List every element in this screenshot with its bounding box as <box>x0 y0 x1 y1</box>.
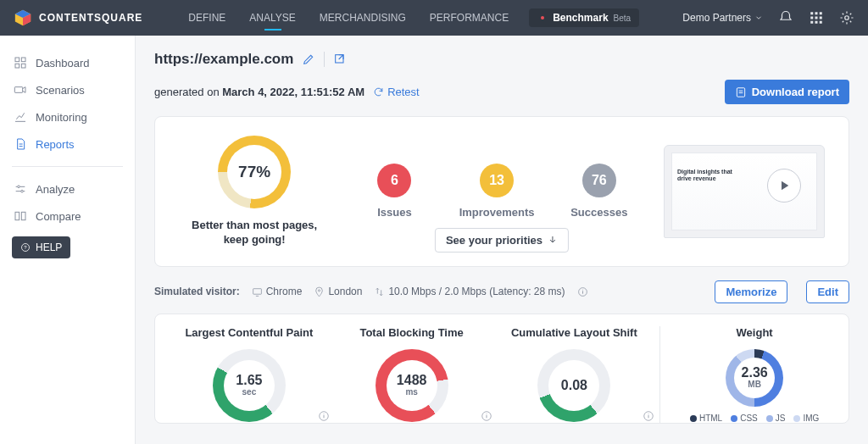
nav-merchandising[interactable]: MERCHANDISING <box>308 0 418 36</box>
sidebar-reports[interactable]: Reports <box>0 130 135 158</box>
user-dropdown[interactable]: Demo Partners <box>682 12 763 24</box>
svg-rect-5 <box>815 12 818 14</box>
divider <box>12 166 123 167</box>
sidebar-compare[interactable]: Compare <box>0 203 135 230</box>
weight-chart: 2.36 MB <box>726 349 783 407</box>
retest-label: Retest <box>387 86 420 98</box>
weight-unit: MB <box>748 380 761 389</box>
retest-button[interactable]: Retest <box>373 86 420 98</box>
svg-rect-11 <box>815 21 818 24</box>
help-button[interactable]: ? HELP <box>12 236 70 258</box>
main-content: https://example.com generated on March 4… <box>136 36 868 444</box>
svg-rect-16 <box>15 64 19 68</box>
tbt-title: Total Blocking Time <box>359 326 463 339</box>
top-bar: CONTENTSQUARE DEFINE ANALYSE MERCHANDISI… <box>0 0 868 36</box>
cond-location: London <box>314 286 362 297</box>
video-preview: Digital insights that drive revenue <box>664 145 825 238</box>
compare-icon <box>14 209 27 223</box>
cls-value: 0.08 <box>561 379 587 392</box>
main-nav: DEFINE ANALYSE MERCHANDISING PERFORMANCE… <box>176 0 639 36</box>
tbt-unit: ms <box>405 387 417 397</box>
cond-browser: Chrome <box>252 286 303 297</box>
sidebar-label: Analyze <box>36 183 75 196</box>
svg-point-13 <box>845 16 849 20</box>
sidebar-dashboard[interactable]: Dashboard <box>0 49 135 76</box>
contentsquare-logo-icon <box>14 8 32 27</box>
svg-rect-6 <box>820 12 822 14</box>
nav-define[interactable]: DEFINE <box>176 0 237 36</box>
chart-icon <box>14 110 27 124</box>
metric-lcp: Largest Contentful Paint 1.65 sec <box>172 326 326 423</box>
help-icon: ? <box>20 242 31 253</box>
stat-successes: 76 Successes <box>564 164 635 219</box>
summary-card: 77% Better than most pages, keep going! … <box>154 116 849 267</box>
weight-legend: HTML CSS JS IMG <box>690 413 819 423</box>
svg-rect-14 <box>15 58 19 62</box>
apps-icon[interactable] <box>809 10 824 25</box>
cls-info[interactable] <box>643 410 654 425</box>
refresh-icon <box>373 86 384 97</box>
issues-label: Issues <box>377 206 411 219</box>
svg-rect-17 <box>21 64 25 68</box>
score-ring: 77% <box>218 136 291 208</box>
sidebar-label: Scenarios <box>36 84 85 97</box>
svg-point-3 <box>541 16 544 19</box>
open-url-button[interactable] <box>333 53 347 66</box>
metric-cls: Cumulative Layout Shift 0.08 <box>498 326 652 423</box>
svg-rect-4 <box>810 12 813 14</box>
svg-rect-15 <box>21 58 25 62</box>
weight-title: Weight <box>737 326 773 339</box>
svg-rect-22 <box>21 212 25 219</box>
edit-url-button[interactable] <box>302 53 315 66</box>
cond-info[interactable] <box>577 286 588 297</box>
metric-tbt: Total Blocking Time 1488 ms <box>335 326 489 423</box>
stat-issues: 6 Issues <box>359 164 430 219</box>
sidebar-scenarios[interactable]: Scenarios <box>0 76 135 103</box>
download-report-button[interactable]: Download report <box>725 80 849 104</box>
svg-rect-27 <box>253 288 261 294</box>
score-caption: Better than most pages, keep going! <box>179 219 330 247</box>
settings-icon[interactable] <box>839 10 854 25</box>
sidebar-analyze[interactable]: Analyze <box>0 175 135 203</box>
sidebar-label: Monitoring <box>36 111 87 124</box>
tbt-info[interactable] <box>481 410 492 425</box>
svg-point-19 <box>18 186 20 188</box>
benchmark-icon <box>537 13 548 23</box>
sidebar-monitoring[interactable]: Monitoring <box>0 103 135 130</box>
conditions-label: Simulated visitor: <box>154 286 240 297</box>
info-icon <box>577 286 588 297</box>
nav-analyse[interactable]: ANALYSE <box>237 0 307 36</box>
nav-benchmark[interactable]: Benchmark Beta <box>529 8 639 27</box>
play-button[interactable] <box>767 169 801 203</box>
notifications-icon[interactable] <box>778 10 793 25</box>
topbar-right: Demo Partners <box>682 10 854 25</box>
memorize-button[interactable]: Memorize <box>715 280 787 303</box>
edit-conditions-button[interactable]: Edit <box>806 280 849 303</box>
help-label: HELP <box>36 241 62 253</box>
generated-row: generated on March 4, 2022, 11:51:52 AM … <box>154 80 849 104</box>
metric-weight: Weight 2.36 MB HTML CSS JS IMG <box>659 326 832 423</box>
see-priorities-button[interactable]: See your priorities <box>435 228 569 253</box>
improvements-label: Improvements <box>459 206 535 219</box>
dashboard-icon <box>14 56 27 69</box>
lcp-title: Largest Contentful Paint <box>185 326 313 339</box>
svg-rect-9 <box>820 17 822 19</box>
improvements-count: 13 <box>480 164 514 197</box>
nav-performance[interactable]: PERFORMANCE <box>418 0 520 36</box>
nav-benchmark-label: Benchmark <box>553 12 608 24</box>
sliders-icon <box>14 182 27 196</box>
lcp-info[interactable] <box>318 410 330 425</box>
issues-count: 6 <box>377 164 411 197</box>
desktop-icon <box>252 286 263 297</box>
sidebar: Dashboard Scenarios Monitoring Reports A… <box>0 36 136 444</box>
beta-badge: Beta <box>614 14 632 23</box>
brand-logo[interactable]: CONTENTSQUARE <box>14 8 142 27</box>
successes-label: Successes <box>570 206 627 219</box>
cond-network: 10.0 Mbps / 2.0 Mbps (Latency: 28 ms) <box>374 286 565 297</box>
svg-rect-26 <box>737 87 744 97</box>
brand-name: CONTENTSQUARE <box>39 12 142 24</box>
lcp-unit: sec <box>242 387 257 397</box>
page-url: https://example.com <box>154 51 293 68</box>
cls-title: Cumulative Layout Shift <box>511 326 637 339</box>
svg-rect-7 <box>810 17 813 19</box>
